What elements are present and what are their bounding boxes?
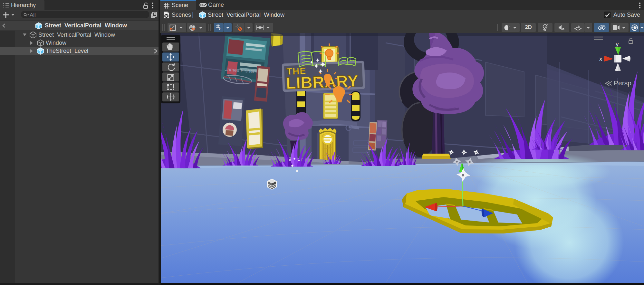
- svg-text:Y: Y: [218, 27, 221, 31]
- svg-text:x: x: [599, 55, 602, 62]
- svg-text:y: y: [616, 41, 619, 47]
- svg-text:LIBRARY: LIBRARY: [286, 71, 359, 92]
- svg-text:Persp: Persp: [614, 79, 631, 87]
